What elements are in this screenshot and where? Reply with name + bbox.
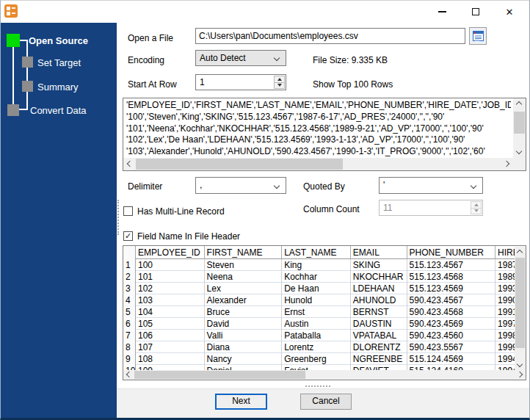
field-name-header-label: Field Name In File Header	[137, 231, 240, 242]
encoding-select[interactable]: Auto Detect	[195, 50, 286, 66]
column-count-value: 11	[383, 203, 392, 213]
scroll-right-icon	[517, 372, 523, 377]
arrow-down-icon	[474, 209, 479, 212]
table-cell: 105	[136, 318, 205, 330]
sidebar-item-open-source: Open Source	[29, 35, 88, 46]
wizard-sidebar: Open Source Set Target Summary Convert D…	[1, 23, 117, 418]
table-cell: Austin	[282, 318, 351, 330]
vertical-splitter-grip[interactable]	[117, 200, 120, 235]
column-count-stepper: 11	[379, 200, 483, 216]
horizontal-splitter-grip[interactable]	[305, 385, 330, 388]
column-header[interactable]: LAST_NAME	[282, 246, 351, 259]
preview-line: '102','Lex','De Haan','LDEHAAN','515.123…	[126, 134, 511, 146]
table-cell: 101	[136, 271, 205, 283]
column-header[interactable]: PHONE_NUMBER	[407, 246, 496, 259]
table-cell: 1994	[495, 365, 515, 370]
column-header[interactable]: FIRST_NAME	[205, 246, 283, 259]
table-cell: 515.123.4568	[407, 271, 496, 283]
preview-line: '103','Alexander','Hunold','AHUNOLD','59…	[126, 146, 511, 157]
multiline-record-checkbox[interactable]: Has Multi-Line Record	[123, 206, 255, 217]
table-body: 1100StevenKingSKING515.123.456719872101N…	[123, 259, 515, 370]
arrow-up-icon	[277, 78, 282, 81]
table-cell: 1989	[495, 271, 515, 283]
row-number-cell: 5	[123, 306, 136, 318]
show-top-rows-text: Show Top 100 Rows	[313, 79, 393, 90]
chevron-down-icon	[274, 55, 280, 61]
delimiter-select[interactable]: ,	[195, 177, 286, 194]
scrollbar-thumb[interactable]	[515, 258, 525, 348]
table-row[interactable]: 10109DanielFavietDFAVIET515.124.41691994	[123, 365, 515, 370]
preview-line: 'EMPLOYEE_ID','FIRST_NAME','LAST_NAME','…	[126, 100, 511, 112]
quoted-by-select[interactable]: '	[379, 177, 483, 194]
step-indicator-convert-data	[7, 104, 19, 116]
table-horizontal-scrollbar[interactable]	[123, 370, 526, 380]
scrollbar-thumb[interactable]	[514, 112, 525, 134]
table-cell: NGREENBE	[351, 353, 407, 365]
csv-preview-box[interactable]: 'EMPLOYEE_ID','FIRST_NAME','LAST_NAME','…	[123, 98, 526, 171]
close-button[interactable]: ✕	[493, 1, 526, 23]
table-cell: NKOCHHAR	[351, 271, 407, 283]
quoted-by-label: Quoted By	[303, 181, 345, 192]
open-file-icon	[473, 31, 484, 41]
start-at-row-label: Start At Row	[128, 79, 177, 90]
table-vertical-scrollbar[interactable]	[515, 247, 526, 370]
column-header[interactable]: EMPLOYEE_ID	[136, 246, 205, 259]
scroll-down-icon	[516, 148, 522, 154]
table-row[interactable]: 2101NeenaKochharNKOCHHAR515.123.45681989	[123, 271, 515, 283]
table-row[interactable]: 4103AlexanderHunoldAHUNOLD590.423.456719…	[123, 294, 515, 306]
preview-horizontal-scrollbar[interactable]	[123, 158, 513, 170]
table-row[interactable]: 5104BruceErnstBERNST590.423.45681991	[123, 306, 515, 318]
corner-header-cell[interactable]	[123, 246, 136, 259]
table-cell: SKING	[351, 259, 407, 271]
preview-vertical-scrollbar[interactable]	[513, 98, 526, 158]
column-header[interactable]: EMAIL	[351, 246, 407, 259]
cancel-button[interactable]: Cancel	[300, 394, 352, 410]
start-at-row-stepper[interactable]: 1	[195, 74, 286, 90]
table-row[interactable]: 9108NancyGreenbergNGREENBE515.124.456919…	[123, 353, 515, 365]
row-number-cell: 7	[123, 330, 136, 341]
table-cell: DLORENTZ	[351, 341, 407, 353]
table-cell: Diana	[205, 341, 283, 353]
table-cell: 590.423.5567	[407, 341, 496, 353]
step-down-button[interactable]	[274, 83, 285, 90]
scroll-up-icon	[517, 250, 523, 256]
table-cell: 100	[136, 259, 205, 271]
table-row[interactable]: 8107DianaLorentzDLORENTZ590.423.55671999	[123, 341, 515, 353]
table-row[interactable]: 1100StevenKingSKING515.123.45671987	[123, 259, 515, 271]
table-cell: Lorentz	[282, 341, 351, 353]
table-row[interactable]: 6105DavidAustinDAUSTIN590.423.45691997	[123, 318, 515, 330]
file-path-input[interactable]	[195, 28, 465, 44]
table-row[interactable]: 7106ValliPataballaVPATABAL590.423.456019…	[123, 330, 515, 341]
scrollbar-thumb[interactable]	[134, 371, 305, 379]
preview-line: '101','Neena','Kochhar','NKOCHHAR','515.…	[126, 123, 511, 135]
sidebar-item-summary: Summary	[37, 82, 79, 93]
next-button[interactable]: Next	[215, 394, 267, 410]
table-cell: Steven	[205, 259, 283, 271]
table-cell: Lex	[205, 283, 283, 294]
scrollbar-thumb[interactable]	[136, 159, 343, 170]
import-wizard-window: ✕ Open Source Set Target Summary Convert…	[0, 0, 530, 420]
step-up-button	[471, 201, 482, 209]
table-cell: 103	[136, 294, 205, 306]
maximize-button[interactable]	[459, 1, 493, 23]
table-cell: Pataballa	[282, 330, 351, 341]
table-cell: 590.423.4560	[407, 330, 496, 341]
step-up-button[interactable]	[274, 76, 285, 83]
row-number-cell: 8	[123, 341, 136, 353]
tree-line	[12, 47, 14, 104]
arrow-down-icon	[277, 84, 282, 87]
encoding-value: Auto Detect	[200, 53, 246, 63]
table-row[interactable]: 3102LexDe HaanLDEHAAN515.123.45691993	[123, 283, 515, 294]
preview-line: '100','Steven','King','SKING','515.123.4…	[126, 112, 511, 123]
column-header[interactable]: HIRE_DATE	[495, 246, 515, 259]
chevron-down-icon	[471, 183, 476, 189]
minimize-button[interactable]	[425, 1, 459, 23]
table-cell: Bruce	[205, 306, 283, 318]
table-cell: 1994	[495, 353, 515, 365]
table-cell: 515.124.4569	[407, 353, 496, 365]
table-cell: DAUSTIN	[351, 318, 407, 330]
browse-file-button[interactable]	[469, 27, 487, 45]
table-cell: Hunold	[282, 294, 351, 306]
field-name-header-checkbox[interactable]: ✓ Field Name In File Header	[123, 231, 270, 242]
scroll-left-icon	[126, 372, 132, 377]
